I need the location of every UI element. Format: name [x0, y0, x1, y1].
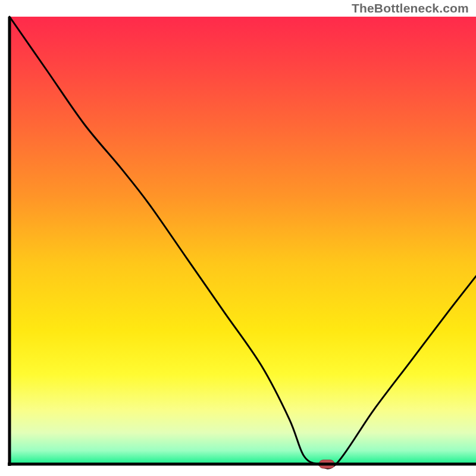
- bottleneck-chart: [0, 0, 476, 476]
- watermark-text: TheBottleneck.com: [352, 1, 469, 15]
- chart-plot-area: [10, 17, 476, 464]
